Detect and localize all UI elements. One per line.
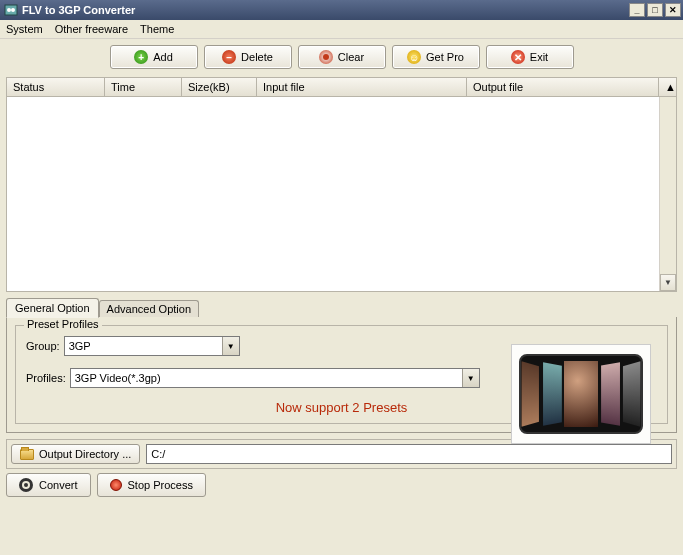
vertical-scrollbar[interactable]: ▼	[659, 97, 676, 291]
group-value: 3GP	[69, 340, 91, 352]
poster-thumb	[601, 362, 620, 426]
close-button[interactable]: ✕	[665, 3, 681, 17]
device-preview	[511, 344, 651, 444]
poster-thumb	[623, 361, 640, 426]
x-icon: ✕	[511, 50, 525, 64]
menu-system[interactable]: System	[6, 23, 43, 35]
convert-label: Convert	[39, 479, 78, 491]
col-output[interactable]: Output file	[467, 78, 659, 96]
output-path-input[interactable]	[146, 444, 672, 464]
preset-legend: Preset Profiles	[24, 318, 102, 330]
minimize-button[interactable]: _	[629, 3, 645, 17]
col-size[interactable]: Size(kB)	[182, 78, 257, 96]
device-icon	[519, 354, 643, 434]
poster-thumb	[564, 361, 597, 427]
film-reel-icon	[19, 478, 33, 492]
maximize-button[interactable]: □	[647, 3, 663, 17]
clear-button[interactable]: Clear	[298, 45, 386, 69]
clear-label: Clear	[338, 51, 364, 63]
window-buttons: _ □ ✕	[629, 3, 681, 17]
minus-icon: –	[222, 50, 236, 64]
file-table: Status Time Size(kB) Input file Output f…	[6, 77, 677, 292]
menu-other-freeware[interactable]: Other freeware	[55, 23, 128, 35]
stop-process-button[interactable]: Stop Process	[97, 473, 206, 497]
clear-icon	[319, 50, 333, 64]
add-label: Add	[153, 51, 173, 63]
scroll-up-header: ▲	[659, 78, 676, 96]
group-select[interactable]: 3GP ▼	[64, 336, 240, 356]
exit-label: Exit	[530, 51, 548, 63]
col-input[interactable]: Input file	[257, 78, 467, 96]
output-directory-label: Output Directory ...	[39, 448, 131, 460]
preset-profiles-fieldset: Preset Profiles Group: 3GP ▼ Profiles: 3…	[15, 325, 668, 424]
delete-button[interactable]: – Delete	[204, 45, 292, 69]
add-button[interactable]: + Add	[110, 45, 198, 69]
exit-button[interactable]: ✕ Exit	[486, 45, 574, 69]
col-status[interactable]: Status	[7, 78, 105, 96]
output-directory-button[interactable]: Output Directory ...	[11, 444, 140, 464]
getpro-button[interactable]: ☺ Get Pro	[392, 45, 480, 69]
chevron-down-icon: ▼	[462, 369, 479, 387]
profiles-label: Profiles:	[26, 372, 66, 384]
poster-thumb	[543, 362, 562, 426]
titlebar: FLV to 3GP Converter _ □ ✕	[0, 0, 683, 20]
col-time[interactable]: Time	[105, 78, 182, 96]
svg-point-1	[7, 8, 11, 12]
tab-general-option[interactable]: General Option	[6, 298, 99, 318]
plus-icon: +	[134, 50, 148, 64]
menu-theme[interactable]: Theme	[140, 23, 174, 35]
group-label: Group:	[26, 340, 60, 352]
stop-icon	[110, 479, 122, 491]
app-icon	[4, 3, 18, 17]
menu-bar: System Other freeware Theme	[0, 20, 683, 39]
poster-thumb	[522, 361, 539, 426]
folder-icon	[20, 449, 34, 460]
scroll-down-button[interactable]: ▼	[660, 274, 676, 291]
action-bar: Convert Stop Process	[6, 473, 677, 497]
delete-label: Delete	[241, 51, 273, 63]
window-title: FLV to 3GP Converter	[22, 4, 629, 16]
table-header: Status Time Size(kB) Input file Output f…	[6, 77, 677, 97]
smiley-icon: ☺	[407, 50, 421, 64]
profiles-value: 3GP Video(*.3gp)	[75, 372, 161, 384]
general-option-panel: Preset Profiles Group: 3GP ▼ Profiles: 3…	[6, 317, 677, 433]
svg-point-2	[11, 8, 15, 12]
options-tabs: General Option Advanced Option	[6, 298, 677, 317]
stop-label: Stop Process	[128, 479, 193, 491]
getpro-label: Get Pro	[426, 51, 464, 63]
chevron-down-icon: ▼	[222, 337, 239, 355]
table-body[interactable]: ▼	[6, 97, 677, 292]
scroll-up-button[interactable]: ▲	[665, 81, 670, 93]
toolbar: + Add – Delete Clear ☺ Get Pro ✕ Exit	[0, 39, 683, 75]
tab-advanced-option[interactable]: Advanced Option	[99, 300, 199, 317]
profiles-select[interactable]: 3GP Video(*.3gp) ▼	[70, 368, 480, 388]
convert-button[interactable]: Convert	[6, 473, 91, 497]
